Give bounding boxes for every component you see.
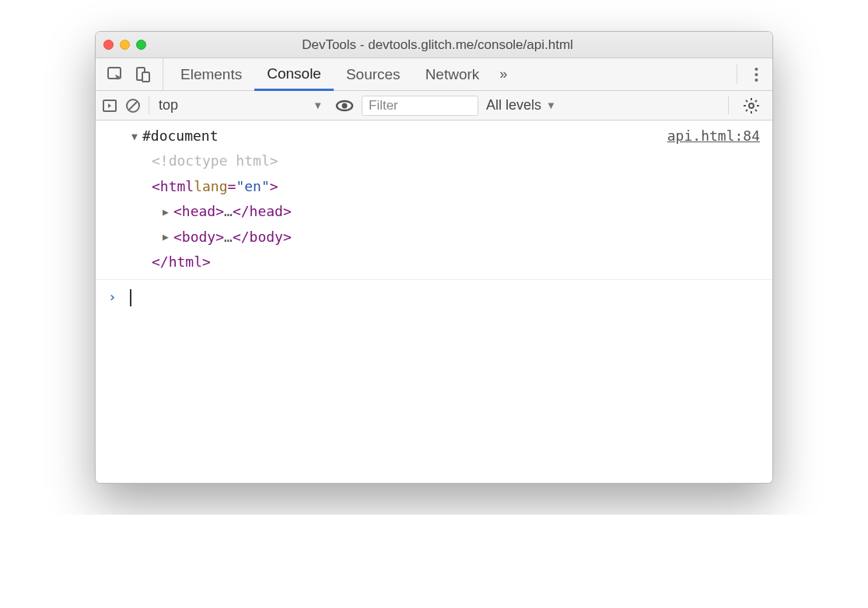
toggle-sidebar-icon[interactable] (102, 98, 117, 114)
html-close-tag: </html> (131, 250, 292, 274)
console-output: #document <!doctype html> <html lang="en… (96, 121, 772, 483)
device-toolbar-icon[interactable] (135, 66, 152, 83)
tab-elements[interactable]: Elements (168, 58, 254, 90)
doctype-node: <!doctype html> (131, 149, 292, 173)
log-levels-label: All levels (486, 97, 541, 114)
svg-line-19 (755, 100, 757, 102)
inspect-element-icon[interactable] (107, 66, 124, 83)
panel-tabs-bar: Elements Console Sources Network » (96, 58, 772, 91)
divider (737, 65, 737, 84)
clear-console-icon[interactable] (125, 98, 141, 114)
disclosure-triangle-icon[interactable] (163, 203, 173, 221)
devtools-window: DevTools - devtools.glitch.me/console/ap… (95, 31, 773, 484)
svg-point-10 (342, 103, 348, 108)
svg-point-3 (755, 68, 758, 71)
context-selector[interactable]: top ▼ (149, 96, 327, 114)
svg-point-4 (755, 73, 758, 76)
svg-line-17 (755, 110, 757, 111)
svg-line-18 (746, 110, 747, 111)
disclosure-triangle-icon[interactable] (131, 128, 142, 145)
tab-network[interactable]: Network (413, 58, 492, 90)
svg-point-11 (749, 103, 754, 108)
divider (728, 96, 729, 114)
dom-tree: #document <!doctype html> <html lang="en… (131, 124, 292, 274)
window-title: DevTools - devtools.glitch.me/console/ap… (110, 37, 765, 53)
document-node-label: #document (142, 124, 219, 149)
panel-tabs: Elements Console Sources Network » (163, 58, 520, 90)
body-node[interactable]: <body>…</body> (131, 225, 292, 250)
disclosure-triangle-icon[interactable] (163, 228, 173, 246)
filter-placeholder: Filter (369, 98, 398, 114)
context-selector-label: top (159, 97, 178, 114)
console-message[interactable]: #document <!doctype html> <html lang="en… (96, 121, 772, 280)
tab-sources[interactable]: Sources (334, 58, 413, 90)
svg-line-16 (746, 100, 747, 102)
svg-rect-2 (142, 72, 149, 82)
console-settings-icon[interactable] (737, 97, 766, 114)
text-cursor (130, 289, 131, 306)
svg-point-5 (755, 79, 758, 82)
console-toolbar: top ▼ Filter All levels ▼ (96, 91, 772, 121)
filter-input[interactable]: Filter (362, 96, 478, 116)
chevron-down-icon: ▼ (546, 100, 556, 111)
source-link[interactable]: api.html:84 (652, 124, 760, 149)
live-expression-icon[interactable] (335, 98, 354, 114)
inspect-tools (96, 58, 163, 90)
prompt-chevron-icon: › (108, 285, 128, 309)
tab-console[interactable]: Console (254, 58, 334, 91)
main-menu-button[interactable] (740, 58, 772, 90)
chevron-down-icon: ▼ (313, 100, 323, 111)
svg-line-8 (129, 102, 137, 110)
html-open-tag[interactable]: <html lang="en"> (131, 174, 292, 199)
tabs-overflow-button[interactable]: » (492, 58, 515, 90)
log-levels-selector[interactable]: All levels ▼ (486, 97, 556, 114)
head-node[interactable]: <head>…</head> (131, 199, 292, 224)
titlebar: DevTools - devtools.glitch.me/console/ap… (96, 32, 772, 58)
console-prompt[interactable]: › (96, 280, 772, 314)
